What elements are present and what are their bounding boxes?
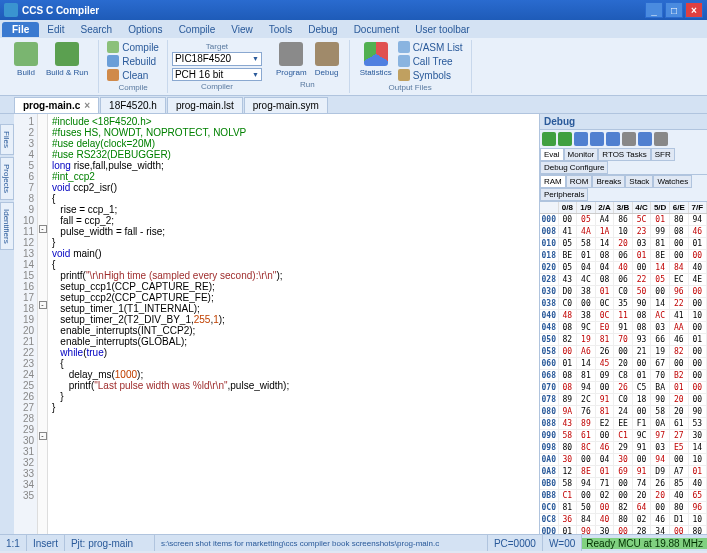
side-tabs: FilesProjectsIdentifiers [0,114,14,534]
dtab-debug-configure[interactable]: Debug Configure [540,161,608,174]
menu-options[interactable]: Options [120,22,170,37]
fold-toggle[interactable]: - [39,225,47,233]
stepover-icon[interactable] [574,132,588,146]
ram-row[interactable]: 07008940026C5BA0100 [540,382,707,394]
ram-row[interactable]: 04048380C1108AC4110 [540,310,707,322]
program-label: Program [276,68,307,77]
fold-toggle[interactable]: - [39,432,47,440]
ram-row[interactable]: 098808C46299103E514 [540,442,707,454]
casm-button[interactable]: C/ASM List [396,40,465,54]
ram-row[interactable]: 008414A1A1023990846 [540,226,707,238]
ram-row[interactable]: 048089CE0910803AA00 [540,322,707,334]
build-label: Build [17,68,35,77]
line-gutter: 1234567891011121314151617181920212223242… [14,114,38,534]
rebuild-button[interactable]: Rebuild [105,54,161,68]
ram-row[interactable]: 030D03801C050009600 [540,286,707,298]
menu-compile[interactable]: Compile [171,22,224,37]
ram-row[interactable]: 0100558142003810001 [540,238,707,250]
ram-body[interactable]: 0000005A4865C018094008414A1A102399084601… [540,214,707,534]
list-icon [398,41,410,53]
ram-row[interactable]: 0A03000043000940010 [540,454,707,466]
menu-document[interactable]: Document [346,22,408,37]
statistics-button[interactable]: Statistics [356,40,396,82]
broom-icon [107,69,119,81]
menu-user-toolbar[interactable]: User toolbar [407,22,477,37]
sidetab-projects[interactable]: Projects [0,157,14,200]
menu-search[interactable]: Search [72,22,120,37]
ram-row[interactable]: 068088109C80170B200 [540,370,707,382]
dtab-eval[interactable]: Eval [540,148,564,161]
ram-row[interactable]: 0600114452000670000 [540,358,707,370]
go-icon[interactable] [542,132,556,146]
target-compiler-combo[interactable]: PCH 16 bit▼ [172,68,262,82]
code-editor[interactable]: 1234567891011121314151617181920212223242… [14,114,539,534]
dtab-stack[interactable]: Stack [625,175,653,188]
close-button[interactable]: × [685,2,703,18]
stepout-icon[interactable] [590,132,604,146]
ram-header: 0/81/92/A3/B4/C5/D6/E7/F [540,202,707,214]
ram-row[interactable]: 0A8128E016991D9A701 [540,466,707,478]
dtab-peripherals[interactable]: Peripherals [540,188,588,201]
debug-title: Debug [540,114,707,130]
dtab-sfr[interactable]: SFR [651,148,675,161]
ram-row[interactable]: 0C08150008264008096 [540,502,707,514]
ram-row[interactable]: 0D00190300028340080 [540,526,707,534]
debug-button[interactable]: Debug [311,40,343,79]
ram-row[interactable]: 090586100C19C972730 [540,430,707,442]
buildrun-button[interactable]: Build & Run [42,40,92,79]
dtab-monitor[interactable]: Monitor [564,148,599,161]
help-icon[interactable] [638,132,652,146]
ram-row[interactable]: 078892C91C018902000 [540,394,707,406]
sidetab-files[interactable]: Files [0,124,14,155]
symbols-icon [398,69,410,81]
tab-18F4520-h[interactable]: 18F4520.h [100,97,166,113]
ram-row[interactable]: 018BE010806018E0000 [540,250,707,262]
ram-col-header: 6/E [670,202,689,213]
clean-button[interactable]: Clean [105,68,161,82]
ram-row[interactable]: 05800A6260021198200 [540,346,707,358]
menu-debug[interactable]: Debug [300,22,345,37]
menu-edit[interactable]: Edit [39,22,72,37]
ram-row[interactable]: 0200504044000148440 [540,262,707,274]
ram-row[interactable]: 0809A76812400582090 [540,406,707,418]
program-button[interactable]: Program [272,40,311,79]
halt-icon[interactable] [622,132,636,146]
dtab-rtos-tasks[interactable]: RTOS Tasks [598,148,650,161]
gear-icon[interactable] [654,132,668,146]
calltree-button[interactable]: Call Tree [396,54,465,68]
step-icon[interactable] [558,132,572,146]
menu-view[interactable]: View [223,22,261,37]
code-content[interactable]: #include <18F4520.h>#fuses HS, NOWDT, NO… [48,114,539,534]
dtab-breaks[interactable]: Breaks [592,175,625,188]
ram-row[interactable]: 0B8C100020020204065 [540,490,707,502]
maximize-button[interactable]: □ [665,2,683,18]
ram-row[interactable]: 038C0000C3590142200 [540,298,707,310]
dtab-rom[interactable]: ROM [566,175,593,188]
ram-row[interactable]: 0000005A4865C018094 [540,214,707,226]
fold-toggle[interactable]: - [39,301,47,309]
dtab-ram[interactable]: RAM [540,175,566,188]
ram-row[interactable]: 0C8368440800246D110 [540,514,707,526]
menu-file[interactable]: File [2,22,39,37]
ram-row[interactable]: 0B05894710074268540 [540,478,707,490]
sidetab-identifiers[interactable]: Identifiers [0,202,14,251]
compile-group-label: Compile [118,83,147,92]
ram-row[interactable]: 0508219817093664601 [540,334,707,346]
tab-prog-main-sym[interactable]: prog-main.sym [244,97,328,113]
tab-close-icon[interactable]: × [84,100,90,111]
target-chip-combo[interactable]: PIC18F4520▼ [172,52,262,66]
build-button[interactable]: Build [10,40,42,79]
symbols-button[interactable]: Symbols [396,68,465,82]
app-title: CCS C Compiler [22,5,643,16]
ram-row[interactable]: 028434C08062205EC4E [540,274,707,286]
reset-icon[interactable] [606,132,620,146]
hammer-icon [14,42,38,66]
cursor-pos: 1:1 [0,535,27,551]
dtab-watches[interactable]: Watches [653,175,692,188]
menu-tools[interactable]: Tools [261,22,300,37]
tab-prog-main-c[interactable]: prog-main.c× [14,97,99,113]
compile-button[interactable]: Compile [105,40,161,54]
ram-row[interactable]: 0884389E2EEF10A6153 [540,418,707,430]
tab-prog-main-lst[interactable]: prog-main.lst [167,97,243,113]
minimize-button[interactable]: _ [645,2,663,18]
